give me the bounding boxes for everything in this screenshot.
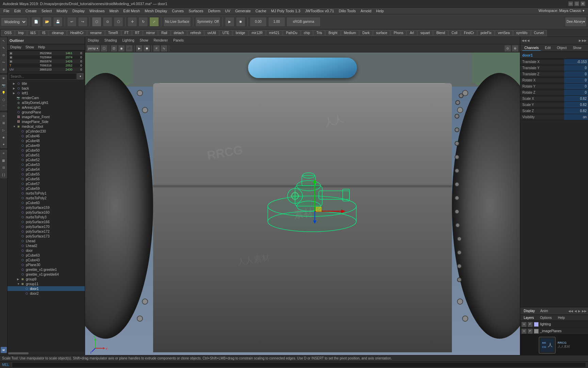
vp-isolate-btn[interactable]: ⊙ <box>504 45 511 52</box>
menu-file[interactable]: File <box>1 8 12 14</box>
mod-tab-ft[interactable]: FT <box>121 30 132 36</box>
mod-tab-coll[interactable]: Coll <box>448 30 460 36</box>
menu-surfaces[interactable]: Surfaces <box>186 8 205 14</box>
vp-menu-show[interactable]: Show <box>137 37 151 44</box>
outliner-menu-help[interactable]: Help <box>37 45 47 49</box>
custom-btn[interactable]: ≡ <box>0 150 7 157</box>
mod-tab-rail[interactable]: Rail <box>158 30 170 36</box>
channel-tab-show[interactable]: Show <box>571 45 583 50</box>
layer-nav-prev2[interactable]: ◀ <box>574 309 577 313</box>
mod-tab-is[interactable]: I&S <box>27 30 39 36</box>
menu-edit[interactable]: Edit <box>12 8 23 14</box>
outliner-item-poly166[interactable]: ⬡ polySurface166 <box>7 219 85 224</box>
layer-nav-next2[interactable]: ▶▶ <box>582 309 587 313</box>
rotate-tool-button[interactable]: ↻ <box>138 17 148 27</box>
channel-value-sx[interactable]: 0.82 <box>564 96 588 102</box>
outliner-item-left1[interactable]: ▶ ⬡ left1 <box>7 91 85 95</box>
symmetry-button[interactable]: Symmetry: Off <box>195 17 220 27</box>
outliner-item-imgside[interactable]: 🖼 imagePlane_Side <box>7 119 85 124</box>
layer-nav-prev[interactable]: ◀◀ <box>568 309 573 313</box>
outliner-item-pcube53[interactable]: ⬡ pCube53 <box>7 162 85 167</box>
channel-value-sy[interactable]: 0.82 <box>564 102 588 108</box>
vp-ipr2-btn[interactable]: ⏺ <box>143 45 150 52</box>
outliner-item-poly170[interactable]: ⬡ polySurface170 <box>7 224 85 229</box>
mod-tab-rt[interactable]: RT <box>132 30 143 36</box>
menu-mj-poly[interactable]: MJ Poly Tools 1.3 <box>269 8 303 14</box>
outliner-item-imgfront[interactable]: 🖼 imagePlane_Front <box>7 114 85 119</box>
channel-nav-prev2[interactable]: ◀ <box>527 39 529 42</box>
layer-name-lighting[interactable]: lighting <box>540 322 551 326</box>
user-account-button[interactable]: Dee Abney ▾ <box>565 17 587 27</box>
redo-button[interactable]: ↪ <box>78 17 87 27</box>
outliner-item-greeble64[interactable]: ⬡ greeble_v1:greeble64 <box>7 272 85 277</box>
outliner-item-lhead2[interactable]: ⬡ Lhead2 <box>7 243 85 248</box>
channel-value-rz[interactable]: 0 <box>564 90 588 95</box>
layer-btn[interactable]: ▦ <box>0 157 7 164</box>
mod-tab-ute[interactable]: UTE <box>219 30 232 36</box>
menu-help[interactable]: Help <box>374 8 386 14</box>
mod-tab-mir621[interactable]: mir621 <box>266 30 283 36</box>
mod-tab-bridge[interactable]: bridge <box>233 30 248 36</box>
outliner-item-poly159[interactable]: ⬡ polySurface159 <box>7 205 85 210</box>
mod-tab-health[interactable]: HealthCr <box>67 30 86 36</box>
menu-jw[interactable]: JWToolBox v0.71 <box>303 8 336 14</box>
viewport-canvas[interactable]: x y z RRCG 素材 人人 人人素材 <box>85 52 520 355</box>
vp-poly-btn[interactable]: ⬡ <box>101 45 108 52</box>
layer-subtab-options[interactable]: Options <box>538 315 554 320</box>
vp-focus-btn[interactable]: ⊛ <box>512 45 519 52</box>
select-tool-button[interactable]: ⬡ <box>92 17 101 27</box>
vp-wireframe-btn[interactable]: ⊡ <box>111 45 117 52</box>
sketch-btn[interactable]: ⟳ <box>0 52 7 59</box>
outliner-item-aisky[interactable]: ◎ aiSkyDomeLight1 <box>7 100 85 105</box>
menu-mesh[interactable]: Mesh <box>107 8 120 14</box>
mod-tab-surface[interactable]: surface <box>373 30 390 36</box>
outliner-item-nurbs2[interactable]: ⬡ nurbsToPoly2 <box>7 196 85 200</box>
paint-tool-button[interactable]: ⬠ <box>114 17 123 27</box>
channel-tab-channels[interactable]: Channels <box>522 45 541 51</box>
mod-tab-imp[interactable]: Imp <box>15 30 27 36</box>
menu-mesh-display[interactable]: Mesh Display <box>143 8 169 14</box>
mod-tab-phons[interactable]: Phons <box>391 30 406 36</box>
mod-tab-findcr[interactable]: FindCr <box>461 30 477 36</box>
channel-nav-next[interactable]: ▶ <box>579 39 581 42</box>
layer-p-lighting[interactable]: P <box>528 322 533 327</box>
coord-y-field[interactable]: 1.00 <box>268 17 285 27</box>
layer-v-imageplanes[interactable]: V <box>522 329 526 334</box>
mod-tab-pathdu[interactable]: PathDu <box>283 30 300 36</box>
vp-menu-panels[interactable]: Panels <box>170 37 186 44</box>
minimize-button[interactable]: — <box>568 1 573 6</box>
mod-tab-oss[interactable]: OSS <box>1 30 15 36</box>
channel-tab-edit[interactable]: Edit <box>543 45 553 50</box>
move-tool-button[interactable]: ✛ <box>128 17 137 27</box>
outliner-item-pcube55[interactable]: ⬡ pCube55 <box>7 172 85 177</box>
mod-tab-is2[interactable]: IS <box>39 30 48 36</box>
channel-nav-prev[interactable]: ◀◀ <box>522 39 526 42</box>
outliner-item-pcube54[interactable]: ⬡ pCube54 <box>7 167 85 172</box>
outliner-item-rendercam[interactable]: 📷 renderCam <box>7 95 85 100</box>
mod-tab-timer[interactable]: TimeR <box>105 30 121 36</box>
outliner-menu-show[interactable]: Show <box>24 45 35 49</box>
outliner-item-door1[interactable]: ⬡ door1 <box>7 286 85 291</box>
channel-nav-next2[interactable]: ▶▶ <box>582 39 587 42</box>
outliner-item-pcube52[interactable]: ⬡ pCube52 <box>7 157 85 162</box>
outliner-item-pcube49[interactable]: ⬡ pCube49 <box>7 143 85 148</box>
script-btn[interactable]: { } <box>0 171 7 178</box>
menu-select[interactable]: Select <box>39 8 54 14</box>
outliner-item-nurbs3[interactable]: ⬡ nurbsToPoly3 <box>7 215 85 219</box>
layer-nav-next[interactable]: ▶ <box>578 309 581 313</box>
vp-show-grid-btn[interactable]: # <box>153 45 160 52</box>
menu-deform[interactable]: Deform <box>206 8 223 14</box>
mod-tab-polefix[interactable]: poleFix <box>477 30 494 36</box>
outliner-item-group9[interactable]: ▶ ⊞ group9 <box>7 277 85 281</box>
menu-edit-mesh[interactable]: Edit Mesh <box>121 8 142 14</box>
menu-curves[interactable]: Curves <box>170 8 186 14</box>
coord-x-field[interactable]: 0.00 <box>250 17 267 27</box>
outliner-item-pcube46[interactable]: ⬡ pCube46 <box>7 134 85 138</box>
vp-texture-btn[interactable]: ⬛ <box>126 45 133 52</box>
outliner-filter-btn[interactable]: ▾ <box>77 73 83 79</box>
curve2-btn[interactable]: ⌒ <box>0 104 7 110</box>
scale-tool-button[interactable]: ⤢ <box>149 17 159 27</box>
anim-btn[interactable]: ▷ <box>0 127 7 134</box>
channel-value-tz[interactable]: 0 <box>564 71 588 77</box>
outliner-menu-display[interactable]: Display <box>9 45 23 49</box>
